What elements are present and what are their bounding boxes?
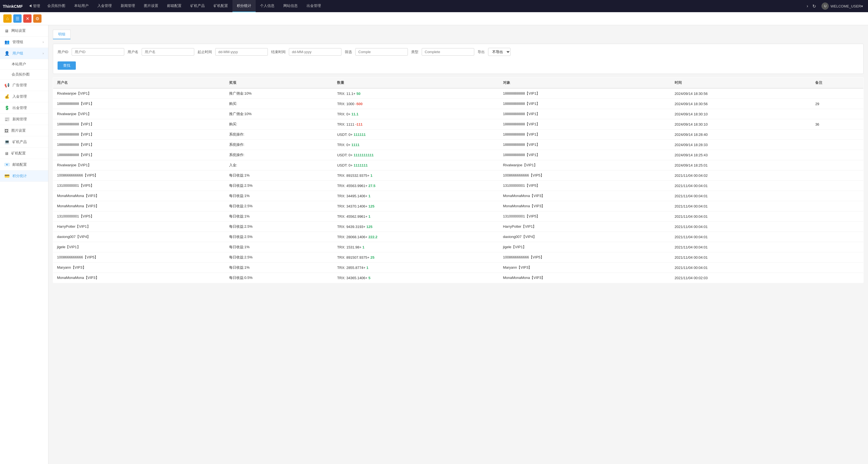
sidebar-item-admin-group[interactable]: 👥 管理组 › xyxy=(0,36,48,48)
home-button[interactable]: ⌂ xyxy=(3,14,11,23)
cell-target: MonaMonaMona【VIP3】 xyxy=(499,191,671,201)
sidebar-item-user-group[interactable]: 👤 用户组 › xyxy=(0,48,48,59)
cell-target: MonaMonaMona【VIP3】 xyxy=(499,201,671,211)
sidebar-item-label: 管理组 xyxy=(12,39,23,44)
config-icon: 🖥 xyxy=(4,151,8,156)
sidebar-item-miner-products[interactable]: 💻 矿机产品 xyxy=(0,136,48,148)
end-time-input[interactable] xyxy=(289,48,341,56)
close-button[interactable]: ✕ xyxy=(23,14,32,23)
cell-award: 系统操作: xyxy=(225,140,334,150)
tab-detail[interactable]: 明细 xyxy=(53,30,70,39)
sidebar-item-image-settings[interactable]: 🖼 图片设置 xyxy=(0,125,48,136)
cell-target: MonaMonaMona【VIP3】 xyxy=(499,273,671,283)
cell-time: 2024/09/14 18:28:40 xyxy=(671,129,811,140)
news-icon: 📰 xyxy=(4,117,10,122)
email-icon: 📧 xyxy=(4,162,10,167)
sidebar-item-email-config[interactable]: 📧 邮箱配置 xyxy=(0,159,48,171)
nav-back-button[interactable]: ◀ 管理 xyxy=(26,4,43,8)
cell-award: 每日收益:0.5% xyxy=(225,273,334,283)
table-row: MonaMonaMona【VIP3】每日收益:1%TRX: 34495.1406… xyxy=(53,191,864,201)
cell-target: 18888888888【VIP1】 xyxy=(499,109,671,119)
nav-item-邮箱配置[interactable]: 邮箱配置 xyxy=(163,0,186,12)
nav-items-container: 会员拓扑图本站用户入金管理新闻管理图片设置邮箱配置矿机产品矿机配置积分统计个人信… xyxy=(43,0,805,12)
cell-award: 每日收益:1% xyxy=(225,171,334,181)
cell-qty: TRX: 1000 -500 xyxy=(333,99,499,109)
type-input[interactable] xyxy=(422,48,474,56)
sidebar-item-miner-config[interactable]: 🖥 矿机配置 xyxy=(0,148,48,159)
table-row: 18888888888【VIP1】系统操作:USDT: 0+ 111111188… xyxy=(53,129,864,140)
group-icon: 👥 xyxy=(4,39,10,44)
cell-username: 13100000001【VIP5】 xyxy=(53,211,225,222)
cell-qty: USDT: 0+ 1111111111 xyxy=(333,150,499,160)
search-button[interactable]: 查找 xyxy=(58,61,76,70)
filter-input[interactable] xyxy=(355,48,408,56)
menu-button[interactable]: ☰ xyxy=(13,14,22,23)
cell-remark: 36 xyxy=(811,119,863,129)
nav-refresh-button[interactable]: ↻ xyxy=(811,4,817,9)
cell-time: 2021/11/04 00:04:01 xyxy=(671,232,811,242)
table-row: Rivalwanjoe【VIP1】推广佣金:10%TRX: 0+ 11.1188… xyxy=(53,109,864,119)
cell-username: MonaMonaMona【VIP3】 xyxy=(53,191,225,201)
table-header-row: 用户名 奖项 数量 对象 时间 备注 xyxy=(53,78,864,89)
main-layout: 🖥 网站设置 👥 管理组 › 👤 用户组 › 本站用户 会员拓扑图 📢 广告管理 xyxy=(0,25,868,464)
table-row: 13100000001【VIP5】每日收益:2.5%TRX: 45563.996… xyxy=(53,181,864,191)
sidebar-item-label: 矿机产品 xyxy=(12,140,27,145)
sidebar-item-ad-management[interactable]: 📢 广告管理 xyxy=(0,80,48,91)
cell-remark xyxy=(811,232,863,242)
table-row: MonaMonaMona【VIP3】每日收益:2.5%TRX: 34370.14… xyxy=(53,201,864,211)
chevron-right-icon: › xyxy=(42,52,44,55)
col-award: 奖项 xyxy=(225,78,334,89)
sidebar-item-label: 积分统计 xyxy=(12,174,27,179)
nav-item-本站用户[interactable]: 本站用户 xyxy=(70,0,93,12)
nav-item-图片设置[interactable]: 图片设置 xyxy=(140,0,163,12)
tab-bar: 明细 xyxy=(53,30,864,39)
filter-bar: 用户ID 用户名 起止时间 结束时间 筛选 类型 导出 不导出 查找 xyxy=(53,44,864,74)
sidebar-item-withdrawal[interactable]: 💲 出金管理 xyxy=(0,102,48,114)
sidebar-item-label: 矿机配置 xyxy=(11,151,26,156)
cell-qty: USDT: 0+ 111111 xyxy=(333,129,499,140)
start-time-input[interactable] xyxy=(215,48,268,56)
sidebar-item-news[interactable]: 📰 新闻管理 xyxy=(0,114,48,125)
nav-item-矿机配置[interactable]: 矿机配置 xyxy=(209,0,232,12)
export-select[interactable]: 不导出 xyxy=(488,48,510,56)
cell-award: 每日收益:1% xyxy=(225,262,334,273)
nav-item-新闻管理[interactable]: 新闻管理 xyxy=(116,0,140,12)
cell-qty: USDT: 0+ 1111111 xyxy=(333,160,499,171)
nav-more-button[interactable]: › xyxy=(805,4,809,8)
nav-item-个人信息[interactable]: 个人信息 xyxy=(256,0,279,12)
cell-award: 每日收益:2.5% xyxy=(225,201,334,211)
nav-item-出金管理[interactable]: 出金管理 xyxy=(302,0,326,12)
user-menu[interactable]: U WELCOME_USER▾ xyxy=(819,2,865,10)
cell-target: 13100000001【VIP5】 xyxy=(499,181,671,191)
nav-item-积分统计[interactable]: 积分统计 xyxy=(232,0,256,12)
cell-time: 2024/09/14 18:28:33 xyxy=(671,140,811,150)
sidebar-item-deposit[interactable]: 💰 入金管理 xyxy=(0,91,48,102)
cell-qty: TRX: 34370.1406+ 125 xyxy=(333,201,499,211)
nav-item-矿机产品[interactable]: 矿机产品 xyxy=(186,0,209,12)
sidebar-sub-item-topology[interactable]: 会员拓扑图 xyxy=(0,69,48,80)
cell-username: 18888888888【VIP1】 xyxy=(53,99,225,109)
cell-target: 18888888888【VIP1】 xyxy=(499,150,671,160)
cell-remark xyxy=(811,222,863,232)
cell-username: 18888888888【VIP1】 xyxy=(53,119,225,129)
table-row: 18888888888【VIP1】购买:TRX: 1000 -500188888… xyxy=(53,99,864,109)
content-area: 明细 用户ID 用户名 起止时间 结束时间 筛选 类型 导出 不导出 xyxy=(49,25,868,464)
deposit-icon: 💰 xyxy=(4,94,10,99)
cell-time: 2024/09/14 18:25:01 xyxy=(671,160,811,171)
nav-item-入金管理[interactable]: 入金管理 xyxy=(93,0,116,12)
withdrawal-icon: 💲 xyxy=(4,105,10,111)
table-row: HarryPotter【VIP1】每日收益:2.5%TRX: 9439.3193… xyxy=(53,222,864,232)
col-time: 时间 xyxy=(671,78,811,89)
cell-award: 每日收益:2.5% xyxy=(225,232,334,242)
userid-input[interactable] xyxy=(72,48,124,56)
nav-item-会员拓扑图[interactable]: 会员拓扑图 xyxy=(43,0,70,12)
sidebar-sub-item-local-users[interactable]: 本站用户 xyxy=(0,59,48,69)
cell-remark xyxy=(811,252,863,262)
nav-item-网站信息[interactable]: 网站信息 xyxy=(279,0,302,12)
username-input[interactable] xyxy=(142,48,194,56)
cell-qty: TRX: 34365.1406+ 5 xyxy=(333,273,499,283)
sidebar-item-website-settings[interactable]: 🖥 网站设置 xyxy=(0,25,48,36)
sidebar-item-points-stats[interactable]: 💳 积分统计 xyxy=(0,171,48,182)
cell-qty: TRX: 9439.3193+ 125 xyxy=(333,222,499,232)
settings-button[interactable]: ⚙ xyxy=(33,14,41,23)
